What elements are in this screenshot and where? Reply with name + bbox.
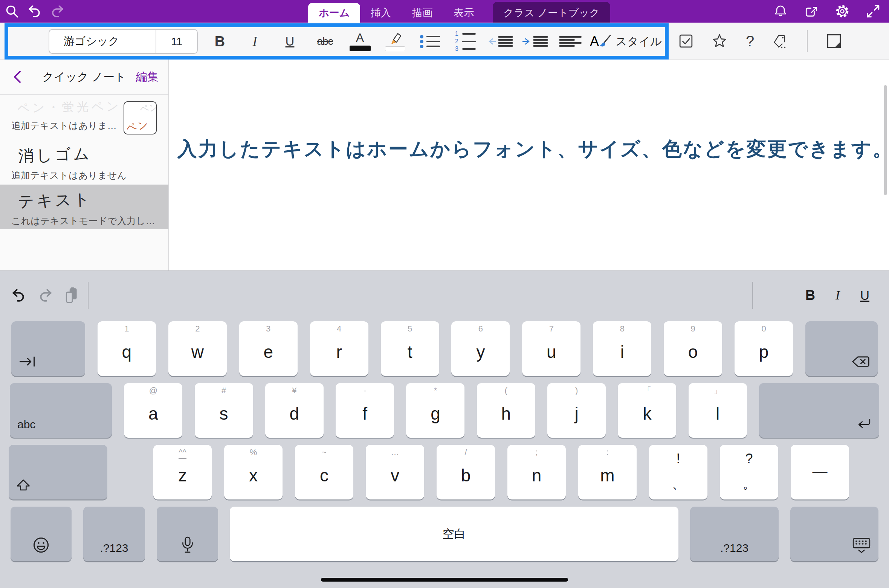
star-icon[interactable] xyxy=(712,34,727,49)
key-main-label: — xyxy=(791,464,849,479)
key-space[interactable]: 空白 xyxy=(230,507,678,561)
bullet-list-button[interactable] xyxy=(412,27,448,56)
bullet-list-icon xyxy=(420,34,440,50)
key-numbers-left[interactable]: .?123 xyxy=(83,507,145,561)
key-y[interactable]: 6y xyxy=(451,321,510,376)
page-list-item[interactable]: 消しゴム追加テキストはありません xyxy=(0,137,168,185)
kb-italic-button[interactable]: I xyxy=(836,288,840,302)
page-note-icon[interactable] xyxy=(826,34,842,49)
ribbon-tab[interactable]: クラス ノートブック xyxy=(493,2,610,23)
tag-icon[interactable] xyxy=(773,34,788,49)
key-d[interactable]: ¥d xyxy=(265,383,324,438)
key-e[interactable]: 3e xyxy=(239,321,298,376)
key-shift[interactable] xyxy=(9,445,107,499)
key-punct-![interactable]: !、 xyxy=(649,445,707,499)
notifications-bell-icon[interactable] xyxy=(773,4,788,19)
page-list-item[interactable]: テキストこれはテキストモードで入力し… xyxy=(0,185,168,229)
todo-checkbox-icon[interactable] xyxy=(679,34,693,48)
note-body-text[interactable]: 入力したテキストはホームからフォント、サイズ、色などを変更できます。 xyxy=(177,136,889,162)
key-return[interactable] xyxy=(759,383,879,438)
key-main-label: t xyxy=(381,343,439,360)
font-color-button[interactable]: A xyxy=(342,27,377,56)
key-s[interactable]: #s xyxy=(195,383,253,438)
search-icon[interactable] xyxy=(5,4,20,19)
ribbon-tab[interactable]: 描画 xyxy=(402,3,443,23)
highlighter-button[interactable] xyxy=(377,27,412,56)
title-bar-left-actions xyxy=(5,0,65,23)
key-x[interactable]: %x xyxy=(224,445,283,499)
edit-button[interactable]: 編集 xyxy=(136,69,159,85)
font-name-dropdown[interactable]: 游ゴシック xyxy=(49,30,156,53)
page-list-item[interactable]: ペン・蛍光ペン追加テキストはありま…ペンペン xyxy=(0,95,168,137)
settings-gear-icon[interactable] xyxy=(835,4,850,19)
expand-icon[interactable] xyxy=(866,4,881,19)
key-v[interactable]: …v xyxy=(366,445,424,499)
key-backspace[interactable] xyxy=(805,321,878,376)
key-m[interactable]: :m xyxy=(578,445,637,499)
key-z[interactable]: ^^z xyxy=(153,445,212,499)
redo-icon[interactable] xyxy=(50,4,65,19)
kb-underline-button[interactable]: U xyxy=(860,288,869,303)
key-b[interactable]: /b xyxy=(437,445,495,499)
help-icon[interactable]: ? xyxy=(746,33,754,50)
undo-icon[interactable] xyxy=(27,4,42,19)
back-chevron-icon[interactable] xyxy=(13,70,21,83)
key-h[interactable]: (h xyxy=(477,383,535,438)
formatting-buttons: B I U abc A 1 2 3 xyxy=(202,27,662,56)
key-dash[interactable]: — xyxy=(791,445,849,499)
key-dismiss-keyboard[interactable] xyxy=(790,507,878,561)
key-u[interactable]: 7u xyxy=(522,321,580,376)
key-tab[interactable] xyxy=(11,321,85,376)
key-w[interactable]: 2w xyxy=(168,321,227,376)
share-icon[interactable] xyxy=(804,4,819,19)
italic-button[interactable]: I xyxy=(237,27,272,56)
home-indicator[interactable] xyxy=(321,578,568,582)
indent-button[interactable] xyxy=(518,27,553,56)
key-o[interactable]: 9o xyxy=(664,321,722,376)
accessory-format-actions: B I U xyxy=(805,271,869,320)
underline-button[interactable]: U xyxy=(272,27,307,56)
strikethrough-button[interactable]: abc xyxy=(307,27,342,56)
key-q[interactable]: 1q xyxy=(98,321,156,376)
canvas-scrollbar[interactable] xyxy=(884,85,887,195)
key-punct-?[interactable]: ?。 xyxy=(720,445,778,499)
ribbon-tab[interactable]: 表示 xyxy=(443,3,484,23)
key-main-label: m xyxy=(578,467,637,484)
kb-paste-icon[interactable] xyxy=(63,287,80,304)
key-k[interactable]: 「k xyxy=(618,383,676,438)
key-main-label: l xyxy=(689,405,747,422)
outdent-button[interactable] xyxy=(483,27,518,56)
ribbon-tab[interactable]: 挿入 xyxy=(360,3,402,23)
bold-button[interactable]: B xyxy=(202,27,237,56)
key-i[interactable]: 8i xyxy=(593,321,651,376)
font-size-dropdown[interactable]: 11 xyxy=(156,30,197,53)
key-dictation-mic[interactable] xyxy=(157,507,218,561)
key-j[interactable]: )j xyxy=(547,383,606,438)
key-emoji[interactable] xyxy=(11,507,72,561)
note-canvas[interactable]: 入力したテキストはホームからフォント、サイズ、色などを変更できます。 xyxy=(169,60,889,270)
key-numbers-right[interactable]: .?123 xyxy=(690,507,779,561)
alignment-button[interactable] xyxy=(553,27,588,56)
key-f[interactable]: -f xyxy=(336,383,394,438)
styles-button[interactable]: A スタイル xyxy=(590,34,662,49)
key-n[interactable]: ;n xyxy=(507,445,566,499)
kb-redo-icon[interactable] xyxy=(37,287,53,304)
ribbon-tab[interactable]: ホーム xyxy=(308,3,360,23)
key-main-label: c xyxy=(295,467,353,484)
key-sub-label: : xyxy=(578,448,637,457)
key-l[interactable]: 」l xyxy=(689,383,747,438)
notebook-sidebar: クイック ノート 編集 ペン・蛍光ペン追加テキストはありま…ペンペン消しゴム追加… xyxy=(0,60,169,270)
key-abc[interactable]: abc xyxy=(10,383,112,438)
page-item-subtitle: これはテキストモードで入力し… xyxy=(11,215,168,227)
key-c[interactable]: ~c xyxy=(295,445,353,499)
kb-undo-icon[interactable] xyxy=(11,287,27,304)
key-t[interactable]: 5t xyxy=(381,321,439,376)
key-p[interactable]: 0p xyxy=(735,321,793,376)
key-a[interactable]: @a xyxy=(124,383,182,438)
numbered-list-button[interactable]: 1 2 3 xyxy=(448,27,483,56)
home-ribbon-focus-box: 游ゴシック 11 B I U abc A 1 xyxy=(5,23,669,60)
key-r[interactable]: 4r xyxy=(310,321,368,376)
kb-bold-button[interactable]: B xyxy=(805,287,815,303)
key-sub-label: 9 xyxy=(664,324,722,333)
key-g[interactable]: *g xyxy=(406,383,464,438)
